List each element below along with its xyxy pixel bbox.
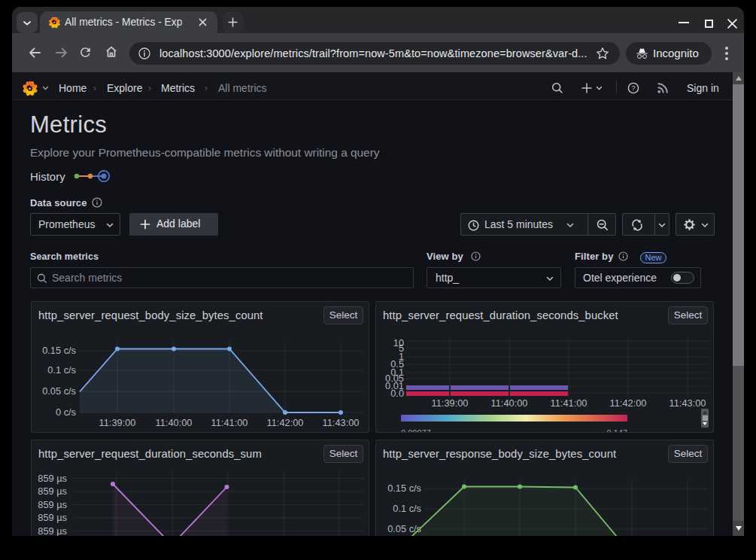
svg-text:0.147: 0.147: [606, 428, 627, 432]
svg-text:11:39:00: 11:39:00: [99, 417, 136, 428]
svg-text:0.00077: 0.00077: [401, 428, 431, 432]
svg-text:11:40:00: 11:40:00: [491, 397, 528, 409]
svg-text:0.1 c/s: 0.1 c/s: [393, 503, 421, 514]
svg-text:0.1 c/s: 0.1 c/s: [47, 364, 76, 376]
svg-text:?: ?: [631, 84, 635, 92]
svg-text:0.0: 0.0: [390, 388, 404, 399]
svg-text:859 µs: 859 µs: [38, 512, 67, 523]
svg-text:859 µs: 859 µs: [38, 499, 67, 510]
svg-text:859 µs: 859 µs: [38, 485, 67, 497]
svg-text:11:43:00: 11:43:00: [669, 397, 706, 409]
svg-text:0.15 c/s: 0.15 c/s: [42, 345, 76, 356]
svg-text:11:42:00: 11:42:00: [610, 397, 647, 409]
svg-text:11:40:00: 11:40:00: [156, 417, 193, 428]
svg-text:11:39:00: 11:39:00: [432, 397, 469, 409]
svg-text:11:43:00: 11:43:00: [323, 417, 360, 428]
svg-text:859 µs: 859 µs: [38, 473, 67, 484]
svg-text:11:41:00: 11:41:00: [211, 417, 248, 428]
svg-text:11:41:00: 11:41:00: [551, 397, 587, 409]
svg-text:859 µs: 859 µs: [38, 525, 67, 537]
svg-text:0.15 c/s: 0.15 c/s: [387, 482, 421, 494]
svg-text:11:42:00: 11:42:00: [267, 417, 304, 428]
svg-text:0.05 c/s: 0.05 c/s: [42, 385, 76, 397]
svg-text:0 c/s: 0 c/s: [56, 406, 76, 418]
